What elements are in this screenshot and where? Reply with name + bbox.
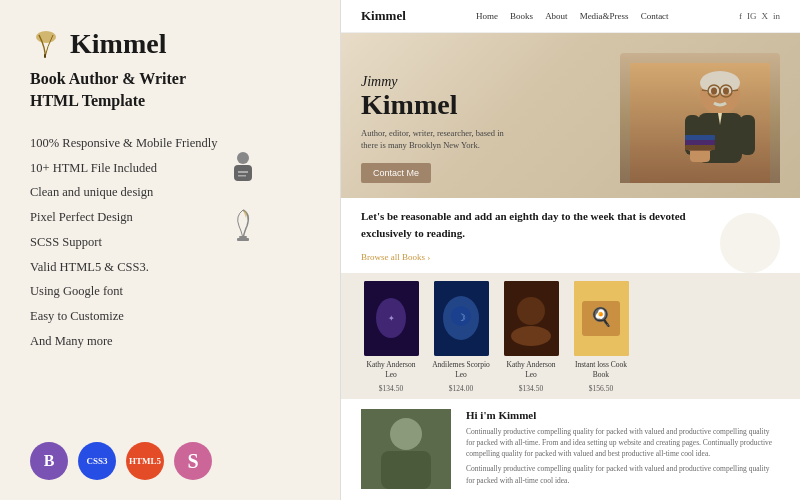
svg-rect-21 [685,145,715,150]
logo-text: Kimmel [70,28,166,60]
svg-rect-20 [685,140,715,145]
contact-button[interactable]: Contact Me [361,163,431,183]
book-price-2: $124.00 [449,384,473,393]
books-section: ✦ Kathy Anderson Leo $134.50 ☽ Andilemes… [341,273,800,399]
feature-item: Clean and unique design [30,180,218,205]
author-image [361,409,451,489]
svg-point-41 [390,418,422,450]
decorative-circle [720,213,780,273]
hero-description: Author, editor, writer, researcher, base… [361,127,521,153]
book-cover-3 [504,281,559,356]
book-price-1: $134.50 [379,384,403,393]
social-instagram[interactable]: IG [747,11,757,21]
svg-rect-1 [44,54,46,58]
logo-area: Kimmel [30,28,310,60]
book-cover-1: ✦ [364,281,419,356]
svg-point-2 [237,152,249,164]
site-logo: Kimmel [361,8,406,24]
svg-line-24 [702,90,708,91]
about-desc-1: Continually productive compelling qualit… [466,426,780,460]
book-price-3: $134.50 [519,384,543,393]
svg-point-35 [517,297,545,325]
css3-badge: CSS3 [78,442,116,480]
social-facebook[interactable]: f [739,11,742,21]
feature-item: 10+ HTML File Included [30,156,218,181]
bootstrap-badge: B [30,442,68,480]
nav-contact[interactable]: Contact [641,11,669,21]
svg-rect-4 [238,171,248,173]
product-subtitle: Book Author & Writer HTML Template [30,68,310,113]
book-price-4: $156.50 [589,384,613,393]
about-text: Hi i'm Kimmel Continually productive com… [466,409,780,491]
book-card-4: 🍳 Instant loss Cook Book $156.50 [571,281,631,393]
nav-books[interactable]: Books [510,11,533,21]
book-title-2: Andilemes Scorpio Leo [431,360,491,380]
hero-lastname: Kimmel [361,90,521,121]
book-title-3: Kathy Anderson Leo [501,360,561,380]
svg-rect-16 [740,115,755,155]
hero-text: Jimmy Kimmel Author, editor, writer, res… [361,74,521,183]
middle-section: Let's be reasonable and add an eighth da… [341,198,800,273]
hero-firstname: Jimmy [361,74,521,90]
svg-point-0 [36,31,56,43]
feature-item: Valid HTML5 & CSS3. [30,255,218,280]
nav-social: f IG X in [739,11,780,21]
site-nav: Kimmel Home Books About Media&Press Cont… [341,0,800,33]
nav-home[interactable]: Home [476,11,498,21]
social-twitter[interactable]: X [761,11,768,21]
left-panel: Kimmel Book Author & Writer HTML Templat… [0,0,340,500]
features-list: 100% Responsive & Mobile Friendly10+ HTM… [30,131,218,354]
quill-stand-icon [229,208,257,248]
about-title: Hi i'm Kimmel [466,409,780,421]
nav-links: Home Books About Media&Press Contact [476,11,669,21]
book-card-2: ☽ Andilemes Scorpio Leo $124.00 [431,281,491,393]
about-section: Hi i'm Kimmel Continually productive com… [341,399,800,501]
svg-text:☽: ☽ [456,312,465,323]
about-desc-2: Continually productive compelling qualit… [466,463,780,486]
book-card-1: ✦ Kathy Anderson Leo $134.50 [361,281,421,393]
feature-item: Using Google font [30,279,218,304]
reading-quote-area: Let's be reasonable and add an eighth da… [361,208,705,273]
feature-item: Pixel Perfect Design [30,205,218,230]
hero-photo [620,53,780,183]
social-linkedin[interactable]: in [773,11,780,21]
html5-badge: HTML5 [126,442,164,480]
svg-rect-7 [237,238,249,241]
svg-point-11 [711,88,717,95]
sass-badge: S [174,442,212,480]
svg-rect-19 [685,135,715,140]
nav-media[interactable]: Media&Press [580,11,629,21]
book-card-3: Kathy Anderson Leo $134.50 [501,281,561,393]
reading-heading: Let's be reasonable and add an eighth da… [361,208,695,241]
svg-text:✦: ✦ [387,314,394,323]
feature-item: Easy to Customize [30,304,218,329]
feature-item: And Many more [30,329,218,354]
tech-badges: B CSS3 HTML5 S [30,442,310,480]
svg-rect-6 [239,236,247,238]
svg-line-26 [732,90,738,91]
svg-rect-5 [238,175,246,177]
book-title-4: Instant loss Cook Book [571,360,631,380]
hero-section: Jimmy Kimmel Author, editor, writer, res… [341,33,800,198]
right-panel: Kimmel Home Books About Media&Press Cont… [340,0,800,500]
svg-text:🍳: 🍳 [590,306,613,328]
hero-image [620,53,780,183]
book-title-1: Kathy Anderson Leo [361,360,421,380]
svg-rect-43 [381,451,431,489]
feature-item: 100% Responsive & Mobile Friendly [30,131,218,156]
feature-item: SCSS Support [30,230,218,255]
svg-point-36 [511,326,551,346]
svg-point-12 [723,88,729,95]
nav-about[interactable]: About [545,11,568,21]
quill-logo-icon [30,28,62,60]
browse-link[interactable]: Browse all Books › [361,252,430,262]
book-cover-2: ☽ [434,281,489,356]
book-cover-4: 🍳 [574,281,629,356]
writer-icon [228,151,258,194]
